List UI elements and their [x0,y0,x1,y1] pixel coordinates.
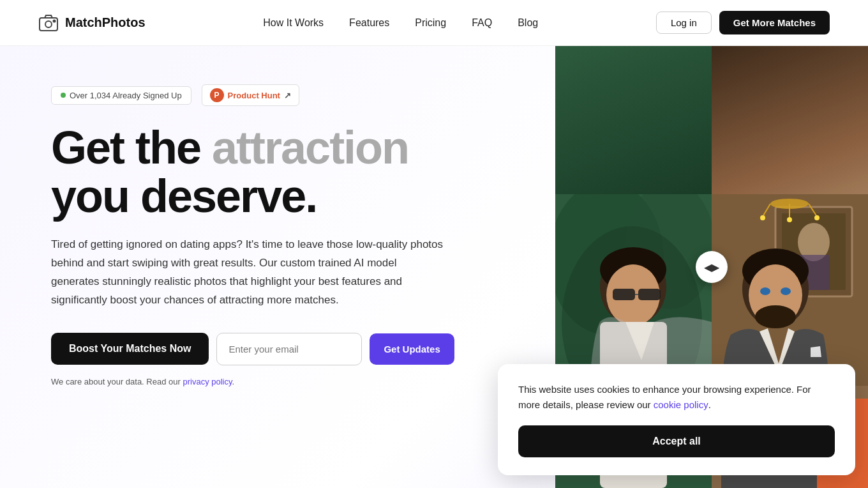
nav-features[interactable]: Features [349,17,389,29]
hero-actions: Boost Your Matches Now Get Updates [51,333,447,365]
boost-button[interactable]: Boost Your Matches Now [51,333,209,365]
logo-link[interactable]: MatchPhotos [38,13,146,33]
privacy-text: We care about your data. Read our [51,377,183,386]
headline-accent: attraction [212,122,408,173]
svg-point-1 [45,21,52,27]
email-input[interactable] [216,333,362,365]
nav-links: How It Works Features Pricing FAQ Blog [263,17,538,29]
nav-actions: Log in Get More Matches [656,11,830,34]
logo-text: MatchPhotos [65,15,146,30]
ph-label: Product Hunt [228,91,280,100]
signup-count: Over 1,034 Already Signed Up [70,91,182,100]
get-updates-button[interactable]: Get Updates [370,333,454,365]
signup-badge: Over 1,034 Already Signed Up [51,86,191,105]
nav-how-it-works[interactable]: How It Works [263,17,324,29]
nav-pricing[interactable]: Pricing [415,17,446,29]
green-dot [61,93,66,98]
image-slider-button[interactable]: ◀▶ [696,251,728,283]
svg-point-2 [54,20,56,22]
privacy-end: . [232,377,235,386]
slider-arrows-icon: ◀▶ [704,261,719,273]
svg-rect-10 [613,289,635,300]
svg-point-24 [760,215,765,220]
nav-blog[interactable]: Blog [518,17,538,29]
navbar: MatchPhotos How It Works Features Pricin… [0,0,868,46]
privacy-policy-link[interactable]: privacy policy [183,377,232,386]
cookie-banner: This website uses cookies to enhance you… [498,364,855,475]
producthunt-badge[interactable]: P Product Hunt ↗ [202,84,299,106]
svg-rect-11 [638,289,661,300]
accept-cookies-button[interactable]: Accept all [518,425,835,457]
headline-part2: you deserve. [51,171,317,222]
cookie-text-end: . [708,399,711,410]
nav-faq[interactable]: FAQ [472,17,492,29]
ph-logo-icon: P [210,88,224,102]
ph-arrow-icon: ↗ [284,91,291,100]
svg-point-26 [814,215,819,220]
hero-badges: Over 1,034 Already Signed Up P Product H… [51,84,447,106]
svg-point-25 [787,217,792,222]
hero-subtext: Tired of getting ignored on dating apps?… [51,236,447,310]
hero-headline: Get the attraction you deserve. [51,124,447,220]
svg-point-30 [755,305,796,328]
hero-privacy: We care about your data. Read our privac… [51,377,447,386]
svg-point-31 [760,287,770,295]
cookie-policy-link[interactable]: cookie policy [654,399,708,410]
cookie-message: This website uses cookies to enhance you… [518,382,835,413]
hero-left: Over 1,034 Already Signed Up P Product H… [0,46,485,488]
login-button[interactable]: Log in [656,11,712,34]
svg-point-32 [781,287,791,295]
headline-part1: Get the [51,122,212,173]
get-more-matches-button[interactable]: Get More Matches [719,11,830,34]
camera-icon [38,13,59,33]
